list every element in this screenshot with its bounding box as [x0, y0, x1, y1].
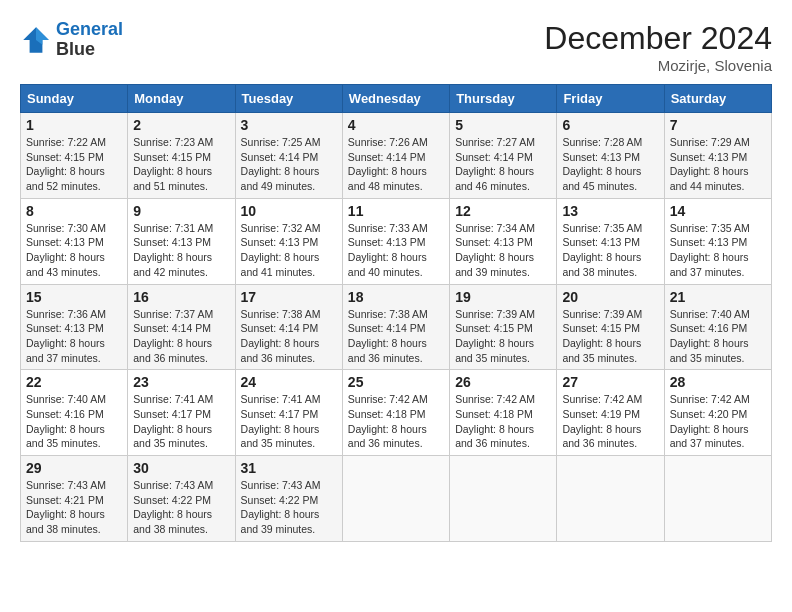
day-number: 13: [562, 203, 658, 219]
table-row: 1 Sunrise: 7:22 AMSunset: 4:15 PMDayligh…: [21, 113, 128, 199]
col-saturday: Saturday: [664, 85, 771, 113]
day-info: Sunrise: 7:22 AMSunset: 4:15 PMDaylight:…: [26, 135, 122, 194]
table-row: 31 Sunrise: 7:43 AMSunset: 4:22 PMDaylig…: [235, 456, 342, 542]
day-info: Sunrise: 7:42 AMSunset: 4:20 PMDaylight:…: [670, 392, 766, 451]
day-number: 28: [670, 374, 766, 390]
day-info: Sunrise: 7:43 AMSunset: 4:22 PMDaylight:…: [133, 478, 229, 537]
logo-text: General Blue: [56, 20, 123, 60]
day-number: 25: [348, 374, 444, 390]
day-number: 26: [455, 374, 551, 390]
col-wednesday: Wednesday: [342, 85, 449, 113]
table-row: 22 Sunrise: 7:40 AMSunset: 4:16 PMDaylig…: [21, 370, 128, 456]
table-row: [664, 456, 771, 542]
day-number: 6: [562, 117, 658, 133]
day-info: Sunrise: 7:40 AMSunset: 4:16 PMDaylight:…: [670, 307, 766, 366]
table-row: 3 Sunrise: 7:25 AMSunset: 4:14 PMDayligh…: [235, 113, 342, 199]
page-header: General Blue December 2024 Mozirje, Slov…: [20, 20, 772, 74]
col-thursday: Thursday: [450, 85, 557, 113]
day-number: 21: [670, 289, 766, 305]
day-number: 19: [455, 289, 551, 305]
day-info: Sunrise: 7:39 AMSunset: 4:15 PMDaylight:…: [562, 307, 658, 366]
day-info: Sunrise: 7:25 AMSunset: 4:14 PMDaylight:…: [241, 135, 337, 194]
day-info: Sunrise: 7:41 AMSunset: 4:17 PMDaylight:…: [133, 392, 229, 451]
day-info: Sunrise: 7:30 AMSunset: 4:13 PMDaylight:…: [26, 221, 122, 280]
day-number: 8: [26, 203, 122, 219]
col-tuesday: Tuesday: [235, 85, 342, 113]
col-monday: Monday: [128, 85, 235, 113]
day-info: Sunrise: 7:31 AMSunset: 4:13 PMDaylight:…: [133, 221, 229, 280]
table-row: 2 Sunrise: 7:23 AMSunset: 4:15 PMDayligh…: [128, 113, 235, 199]
table-row: 23 Sunrise: 7:41 AMSunset: 4:17 PMDaylig…: [128, 370, 235, 456]
logo-icon: [20, 24, 52, 56]
table-row: 17 Sunrise: 7:38 AMSunset: 4:14 PMDaylig…: [235, 284, 342, 370]
table-row: 11 Sunrise: 7:33 AMSunset: 4:13 PMDaylig…: [342, 198, 449, 284]
table-row: 27 Sunrise: 7:42 AMSunset: 4:19 PMDaylig…: [557, 370, 664, 456]
table-row: 6 Sunrise: 7:28 AMSunset: 4:13 PMDayligh…: [557, 113, 664, 199]
day-info: Sunrise: 7:26 AMSunset: 4:14 PMDaylight:…: [348, 135, 444, 194]
day-number: 22: [26, 374, 122, 390]
title-block: December 2024 Mozirje, Slovenia: [544, 20, 772, 74]
table-row: 12 Sunrise: 7:34 AMSunset: 4:13 PMDaylig…: [450, 198, 557, 284]
table-row: 26 Sunrise: 7:42 AMSunset: 4:18 PMDaylig…: [450, 370, 557, 456]
day-number: 20: [562, 289, 658, 305]
table-row: 20 Sunrise: 7:39 AMSunset: 4:15 PMDaylig…: [557, 284, 664, 370]
day-number: 9: [133, 203, 229, 219]
day-info: Sunrise: 7:38 AMSunset: 4:14 PMDaylight:…: [241, 307, 337, 366]
day-info: Sunrise: 7:36 AMSunset: 4:13 PMDaylight:…: [26, 307, 122, 366]
day-info: Sunrise: 7:40 AMSunset: 4:16 PMDaylight:…: [26, 392, 122, 451]
table-row: 8 Sunrise: 7:30 AMSunset: 4:13 PMDayligh…: [21, 198, 128, 284]
table-row: [342, 456, 449, 542]
table-row: 13 Sunrise: 7:35 AMSunset: 4:13 PMDaylig…: [557, 198, 664, 284]
day-number: 14: [670, 203, 766, 219]
logo: General Blue: [20, 20, 123, 60]
table-row: 7 Sunrise: 7:29 AMSunset: 4:13 PMDayligh…: [664, 113, 771, 199]
day-number: 5: [455, 117, 551, 133]
day-number: 27: [562, 374, 658, 390]
day-number: 1: [26, 117, 122, 133]
day-info: Sunrise: 7:32 AMSunset: 4:13 PMDaylight:…: [241, 221, 337, 280]
day-number: 24: [241, 374, 337, 390]
day-info: Sunrise: 7:34 AMSunset: 4:13 PMDaylight:…: [455, 221, 551, 280]
day-info: Sunrise: 7:43 AMSunset: 4:21 PMDaylight:…: [26, 478, 122, 537]
day-info: Sunrise: 7:33 AMSunset: 4:13 PMDaylight:…: [348, 221, 444, 280]
day-number: 17: [241, 289, 337, 305]
day-info: Sunrise: 7:39 AMSunset: 4:15 PMDaylight:…: [455, 307, 551, 366]
table-row: 30 Sunrise: 7:43 AMSunset: 4:22 PMDaylig…: [128, 456, 235, 542]
day-number: 23: [133, 374, 229, 390]
day-info: Sunrise: 7:41 AMSunset: 4:17 PMDaylight:…: [241, 392, 337, 451]
day-number: 30: [133, 460, 229, 476]
table-row: 10 Sunrise: 7:32 AMSunset: 4:13 PMDaylig…: [235, 198, 342, 284]
day-number: 10: [241, 203, 337, 219]
calendar-week: 8 Sunrise: 7:30 AMSunset: 4:13 PMDayligh…: [21, 198, 772, 284]
table-row: [450, 456, 557, 542]
day-number: 12: [455, 203, 551, 219]
day-number: 31: [241, 460, 337, 476]
table-row: 21 Sunrise: 7:40 AMSunset: 4:16 PMDaylig…: [664, 284, 771, 370]
table-row: 15 Sunrise: 7:36 AMSunset: 4:13 PMDaylig…: [21, 284, 128, 370]
day-info: Sunrise: 7:35 AMSunset: 4:13 PMDaylight:…: [562, 221, 658, 280]
day-number: 18: [348, 289, 444, 305]
table-row: 9 Sunrise: 7:31 AMSunset: 4:13 PMDayligh…: [128, 198, 235, 284]
calendar-week: 29 Sunrise: 7:43 AMSunset: 4:21 PMDaylig…: [21, 456, 772, 542]
calendar-week: 15 Sunrise: 7:36 AMSunset: 4:13 PMDaylig…: [21, 284, 772, 370]
day-info: Sunrise: 7:42 AMSunset: 4:18 PMDaylight:…: [455, 392, 551, 451]
calendar-table: Sunday Monday Tuesday Wednesday Thursday…: [20, 84, 772, 542]
day-info: Sunrise: 7:38 AMSunset: 4:14 PMDaylight:…: [348, 307, 444, 366]
location: Mozirje, Slovenia: [544, 57, 772, 74]
day-number: 16: [133, 289, 229, 305]
calendar-week: 1 Sunrise: 7:22 AMSunset: 4:15 PMDayligh…: [21, 113, 772, 199]
day-info: Sunrise: 7:42 AMSunset: 4:19 PMDaylight:…: [562, 392, 658, 451]
table-row: 24 Sunrise: 7:41 AMSunset: 4:17 PMDaylig…: [235, 370, 342, 456]
day-number: 2: [133, 117, 229, 133]
table-row: 14 Sunrise: 7:35 AMSunset: 4:13 PMDaylig…: [664, 198, 771, 284]
table-row: 19 Sunrise: 7:39 AMSunset: 4:15 PMDaylig…: [450, 284, 557, 370]
day-number: 4: [348, 117, 444, 133]
day-number: 29: [26, 460, 122, 476]
day-info: Sunrise: 7:29 AMSunset: 4:13 PMDaylight:…: [670, 135, 766, 194]
header-row: Sunday Monday Tuesday Wednesday Thursday…: [21, 85, 772, 113]
calendar-week: 22 Sunrise: 7:40 AMSunset: 4:16 PMDaylig…: [21, 370, 772, 456]
table-row: [557, 456, 664, 542]
day-info: Sunrise: 7:23 AMSunset: 4:15 PMDaylight:…: [133, 135, 229, 194]
day-number: 11: [348, 203, 444, 219]
col-sunday: Sunday: [21, 85, 128, 113]
